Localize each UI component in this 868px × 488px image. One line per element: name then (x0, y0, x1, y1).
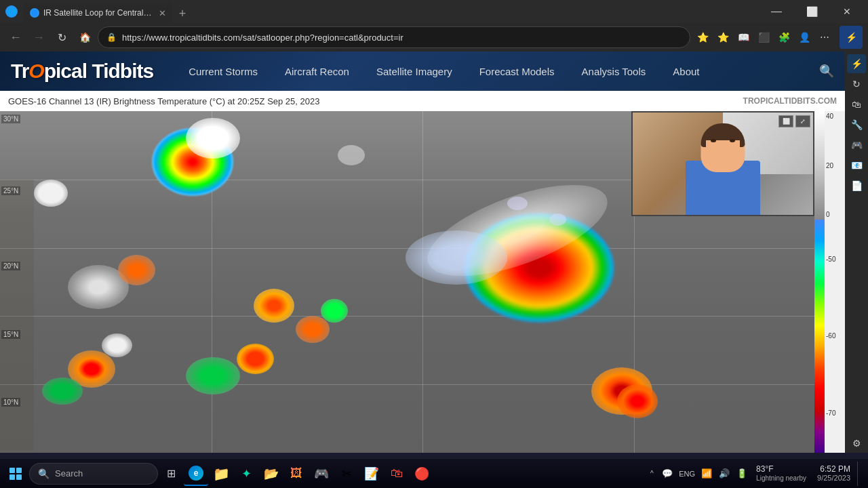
sidebar-games-button[interactable]: 🎮 (847, 136, 866, 155)
store-icon: 🛍 (391, 466, 403, 481)
window-icon: 🌐 (5, 5, 18, 18)
taskbar-app-edge[interactable]: e (184, 462, 208, 486)
nav-bar: ← → ↻ 🏠 🔒 https://www.tropicaltidbits.co… (0, 23, 868, 52)
nav-satellite-imagery[interactable]: Satellite Imagery (363, 60, 466, 83)
edge-sidebar-button[interactable]: ⚡ (840, 26, 863, 49)
window-controls: — ⬜ ✕ (761, 0, 863, 23)
lat-label-15n: 15°N (1, 330, 20, 339)
logo-text-1: Tr (11, 60, 28, 82)
map-title-bar: GOES-16 Channel 13 (IR) Brightness Tempe… (0, 91, 845, 111)
language-indicator[interactable]: ENG (677, 463, 696, 485)
lat-label-30n: 30°N (1, 115, 20, 123)
reading-view-button[interactable]: 📖 (734, 28, 753, 47)
sidebar-refresh-sidebar-button[interactable]: ↻ (847, 75, 866, 94)
sidebar-outlook-button[interactable]: 📧 (847, 156, 866, 175)
site-nav: Current Storms Aircraft Recon Satellite … (175, 60, 819, 83)
task-view-icon: ⊞ (167, 467, 176, 480)
sidebar-personalize-button[interactable]: ⚙ (847, 434, 866, 453)
weather-condition: Lightning nearby (756, 474, 806, 483)
taskbar-app-explorer[interactable]: 📁 (209, 462, 233, 486)
map-source: TROPICALTIDBITS.COM (743, 96, 837, 106)
browser-right-sidebar: ⚡ ↻ 🛍 🔧 🎮 📧 📄 ⚙ (845, 52, 868, 453)
taskbar-app-files[interactable]: 📂 (259, 462, 283, 486)
nav-forecast-models[interactable]: Forecast Models (466, 60, 568, 83)
nav-aircraft-recon[interactable]: Aircraft Recon (271, 60, 363, 83)
grid-v2 (422, 111, 423, 453)
sidebar-copilot-button[interactable]: ⚡ (847, 54, 866, 73)
new-tab-button[interactable]: + (173, 4, 192, 23)
website-content: TrOpical Tidbits Current Storms Aircraft… (0, 52, 845, 453)
task-view-button[interactable]: ⊞ (159, 462, 183, 486)
edge-icon: e (189, 466, 203, 481)
show-desktop-button[interactable] (857, 462, 863, 486)
tray-icon-1[interactable]: 💬 (660, 463, 675, 485)
taskbar-app-photos[interactable]: 🖼 (284, 462, 309, 486)
nav-right-buttons: ⭐ ⭐ 📖 ⬛ 🧩 👤 ⋯ (693, 28, 834, 47)
files-icon: 📂 (264, 466, 279, 481)
taskbar-search-text: Search (55, 468, 83, 479)
tray-expand-button[interactable]: ^ (646, 463, 657, 485)
battery-icon[interactable]: 🔋 (734, 463, 749, 485)
scale-label-0: 0 (826, 211, 844, 218)
logo-text-2: pical Tidbits (44, 60, 153, 82)
favorites-button[interactable]: ⭐ (713, 28, 732, 47)
lat-label-10n: 10°N (1, 398, 20, 407)
forward-button[interactable]: → (28, 27, 49, 47)
volume-icon[interactable]: 🔊 (717, 463, 732, 485)
menu-button[interactable]: ⋯ (815, 28, 834, 47)
color-scale-bottom: -50 -60 -70 (814, 220, 845, 453)
minimize-button[interactable]: — (761, 0, 792, 23)
home-button[interactable]: 🏠 (75, 27, 95, 47)
tab-favicon: 🌀 (30, 8, 39, 18)
photos-icon: 🖼 (290, 466, 302, 481)
url-bar[interactable]: 🔒 https://www.tropicaltidbits.com/sat/sa… (98, 26, 690, 48)
extensions-button[interactable]: 🧩 (774, 28, 793, 47)
sidebar-office-button[interactable]: 📄 (847, 176, 866, 195)
lock-icon: 🔒 (106, 33, 117, 42)
site-logo[interactable]: TrOpical Tidbits (11, 60, 153, 83)
taskbar-search[interactable]: 🔍 Search (29, 463, 158, 485)
browser-top-bar: 🌐 🌀 IR Satellite Loop for Central Atla..… (0, 0, 868, 23)
sidebar-shopping-button[interactable]: 🛍 (847, 95, 866, 114)
maximize-button[interactable]: ⬜ (796, 0, 827, 23)
nav-analysis-tools[interactable]: Analysis Tools (568, 60, 660, 83)
close-button[interactable]: ✕ (831, 0, 863, 23)
webcam-fullscreen-button[interactable]: ⤢ (795, 115, 810, 127)
taskbar-clock[interactable]: 6:52 PM 9/25/2023 (813, 464, 854, 483)
sidebar-tools-button[interactable]: 🔧 (847, 115, 866, 134)
lat-label-25n: 25°N (1, 186, 20, 195)
network-icon[interactable]: 📶 (699, 463, 714, 485)
explorer-icon: 📁 (213, 466, 230, 482)
scale-label-m60: -60 (826, 332, 844, 340)
back-button[interactable]: ← (5, 27, 26, 47)
start-button[interactable] (3, 461, 28, 487)
active-tab[interactable]: 🌀 IR Satellite Loop for Central Atla... … (23, 3, 173, 23)
taskbar-app-copilot[interactable]: ✦ (234, 462, 258, 486)
snip-icon: ✂ (342, 466, 352, 481)
main-content: GOES-16 Channel 13 (IR) Brightness Tempe… (0, 91, 845, 453)
lat-label-20n: 20°N (1, 262, 20, 270)
taskbar-app-notes[interactable]: 📝 (359, 462, 384, 486)
weather-temp: 83°F (756, 464, 773, 474)
webcam-overlay: ⬜ ⤢ (631, 111, 814, 216)
taskbar-search-icon: 🔍 (38, 468, 50, 479)
split-screen-button[interactable]: ⬛ (754, 28, 773, 47)
taskbar-app-store[interactable]: 🛍 (384, 462, 409, 486)
nav-about[interactable]: About (659, 60, 713, 83)
taskbar-weather[interactable]: 83°F Lightning nearby (752, 464, 810, 482)
tab-close-button[interactable]: ✕ (159, 8, 166, 18)
taskbar-app-badge[interactable]: 🔴 (410, 462, 434, 486)
tab-bar: 🌀 IR Satellite Loop for Central Atla... … (23, 0, 755, 23)
nav-current-storms[interactable]: Current Storms (175, 60, 271, 83)
profile-button[interactable]: 👤 (795, 28, 814, 47)
taskbar-app-xbox[interactable]: 🎮 (309, 462, 334, 486)
webcam-pip-button[interactable]: ⬜ (778, 115, 793, 127)
header-search-icon[interactable]: 🔍 (819, 64, 834, 79)
collections-button[interactable]: ⭐ (693, 28, 712, 47)
notes-icon: 📝 (364, 466, 379, 481)
copilot-icon: ✦ (241, 466, 252, 481)
taskbar-app-snip[interactable]: ✂ (334, 462, 359, 486)
scale-label-40: 40 (826, 113, 844, 120)
refresh-button[interactable]: ↻ (52, 27, 72, 47)
site-header: TrOpical Tidbits Current Storms Aircraft… (0, 52, 845, 91)
